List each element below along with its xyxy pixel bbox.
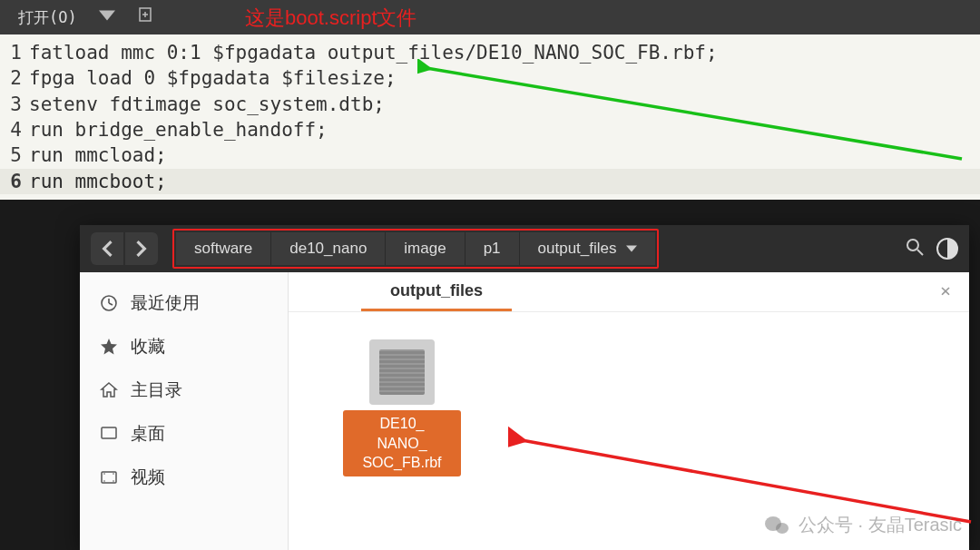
code-line-6: run mmcboot; <box>29 169 167 194</box>
svg-point-4 <box>907 240 918 250</box>
watermark-text: 公众号 · 友晶Terasic <box>799 513 962 537</box>
crumb-image[interactable]: image <box>386 232 465 265</box>
file-manager-sidebar: 最近使用 收藏 主目录 桌面 视频 <box>80 272 289 550</box>
sidebar-label-home: 主目录 <box>131 378 182 402</box>
svg-line-8 <box>109 303 113 305</box>
video-icon <box>100 468 118 486</box>
file-manager-header: software de10_nano image p1 output_files <box>80 225 969 272</box>
sidebar-label-starred: 收藏 <box>131 335 165 358</box>
chevron-down-icon[interactable] <box>99 7 115 27</box>
crumb-outputfiles[interactable]: output_files <box>520 232 655 265</box>
nav-forward-button[interactable] <box>125 232 158 265</box>
home-icon <box>100 381 118 399</box>
open-menu[interactable]: 打开(O) <box>18 7 77 28</box>
file-name-label: DE10_ NANO_ SOC_FB.rbf <box>343 410 461 476</box>
file-item[interactable]: DE10_ NANO_ SOC_FB.rbf <box>343 339 461 476</box>
sidebar-item-videos[interactable]: 视频 <box>80 456 288 499</box>
svg-point-13 <box>113 473 114 475</box>
crumb-outputfiles-label: output_files <box>538 240 617 258</box>
wechat-icon <box>764 515 789 536</box>
file-manager-window: software de10_nano image p1 output_files… <box>80 225 969 550</box>
tab-bar: output_files × <box>289 272 969 312</box>
watermark: 公众号 · 友晶Terasic <box>764 513 962 537</box>
sidebar-item-home[interactable]: 主目录 <box>80 368 288 412</box>
svg-point-17 <box>776 523 789 534</box>
sidebar-label-recent: 最近使用 <box>131 291 200 315</box>
sidebar-item-recent[interactable]: 最近使用 <box>80 281 288 325</box>
chevron-down-icon <box>626 245 637 252</box>
code-content[interactable]: 1fatload mmc 0:1 $fpgadata output_files/… <box>0 34 980 200</box>
star-icon <box>100 338 118 356</box>
sidebar-item-starred[interactable]: 收藏 <box>80 325 288 368</box>
view-toggle-icon[interactable] <box>936 238 958 260</box>
new-tab-icon[interactable] <box>137 7 153 27</box>
sidebar-label-desktop: 桌面 <box>131 422 165 446</box>
text-editor-panel: 打开(O) 这是boot.script文件 1fatload mmc 0:1 $… <box>0 0 980 200</box>
crumb-de10nano[interactable]: de10_nano <box>271 232 386 265</box>
file-grid[interactable]: DE10_ NANO_ SOC_FB.rbf <box>289 312 969 504</box>
svg-line-5 <box>917 250 923 255</box>
breadcrumb: software de10_nano image p1 output_files <box>172 229 659 269</box>
svg-point-12 <box>103 480 105 482</box>
clock-icon <box>100 294 118 312</box>
nav-back-button[interactable] <box>91 232 123 265</box>
file-content-panel: output_files × DE10_ NANO_ SOC_FB.rbf <box>289 272 969 550</box>
crumb-software[interactable]: software <box>176 232 271 265</box>
code-line-5: run mmcload; <box>29 142 167 168</box>
crumb-p1[interactable]: p1 <box>466 232 520 265</box>
annotation-text: 这是boot.script文件 <box>245 5 417 32</box>
close-tab-icon[interactable]: × <box>940 272 951 311</box>
code-line-2: fpga load 0 $fpgadata $filesize; <box>29 65 397 91</box>
desktop-icon <box>100 425 118 443</box>
svg-point-14 <box>113 480 114 482</box>
svg-point-11 <box>103 473 105 475</box>
text-file-icon <box>369 339 435 405</box>
code-line-1: fatload mmc 0:1 $fpgadata output_files/D… <box>29 40 718 65</box>
sidebar-item-desktop[interactable]: 桌面 <box>80 412 288 456</box>
search-icon[interactable] <box>906 238 924 260</box>
code-line-3: setenv fdtimage soc_system.dtb; <box>29 92 385 117</box>
sidebar-label-videos: 视频 <box>131 466 165 489</box>
code-line-4: run bridge_enable_handoff; <box>29 117 328 142</box>
tab-outputfiles[interactable]: output_files <box>361 272 512 311</box>
svg-rect-9 <box>102 427 116 438</box>
editor-toolbar: 打开(O) <box>0 0 980 34</box>
